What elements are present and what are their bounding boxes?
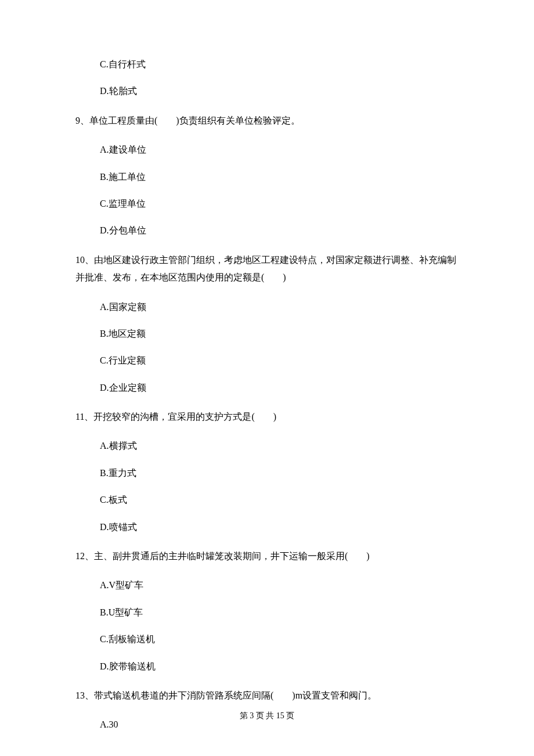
q11-option-a: A.横撑式 xyxy=(100,440,459,452)
q10-option-b: B.地区定额 xyxy=(100,327,459,340)
question-9: 9、单位工程质量由( )负责组织有关单位检验评定。 xyxy=(75,112,459,129)
question-10: 10、由地区建设行政主管部门组织，考虑地区工程建设特点，对国家定额进行调整、补充… xyxy=(75,251,459,287)
q10-option-a: A.国家定额 xyxy=(100,301,459,314)
q9-option-c: C.监理单位 xyxy=(100,197,459,210)
document-content: C.自行杆式 D.轮胎式 9、单位工程质量由( )负责组织有关单位检验评定。 A… xyxy=(0,0,534,732)
q9-option-b: B.施工单位 xyxy=(100,171,459,183)
q9-option-a: A.建设单位 xyxy=(100,143,459,156)
q10-option-c: C.行业定额 xyxy=(100,354,459,367)
q12-option-d: D.胶带输送机 xyxy=(100,660,459,673)
q10-option-d: D.企业定额 xyxy=(100,381,459,394)
q12-option-c: C.刮板输送机 xyxy=(100,633,459,646)
q8-option-d: D.轮胎式 xyxy=(100,85,459,98)
q11-option-d: D.喷锚式 xyxy=(100,521,459,534)
q11-option-c: C.板式 xyxy=(100,494,459,506)
q12-option-a: A.V型矿车 xyxy=(100,579,459,592)
question-11: 11、开挖较窄的沟槽，宜采用的支护方式是( ) xyxy=(75,408,459,426)
q9-option-d: D.分包单位 xyxy=(100,224,459,237)
page-footer: 第 3 页 共 15 页 xyxy=(0,711,534,721)
q8-option-c: C.自行杆式 xyxy=(100,58,459,71)
question-12: 12、主、副井贯通后的主井临时罐笼改装期间，井下运输一般采用( ) xyxy=(75,548,459,565)
q12-option-b: B.U型矿车 xyxy=(100,606,459,619)
q11-option-b: B.重力式 xyxy=(100,467,459,480)
question-13: 13、带式输送机巷道的井下消防管路系统应间隔( )m设置支管和阀门。 xyxy=(75,687,459,704)
